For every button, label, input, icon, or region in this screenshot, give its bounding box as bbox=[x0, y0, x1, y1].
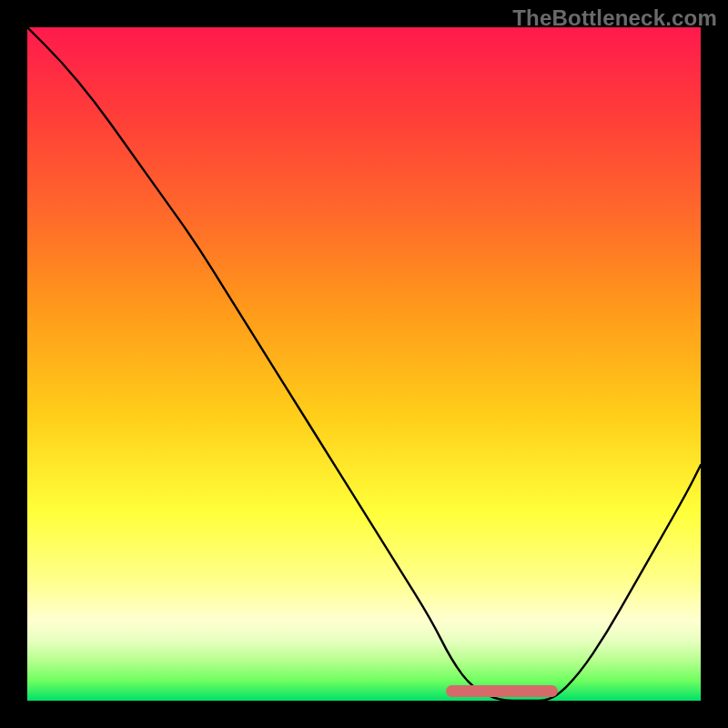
plot-area bbox=[27, 27, 701, 701]
bottleneck-curve-path bbox=[27, 27, 701, 701]
chart-container: TheBottleneck.com bbox=[0, 0, 728, 728]
curve-svg bbox=[27, 27, 701, 701]
flat-region-bar bbox=[446, 685, 558, 697]
